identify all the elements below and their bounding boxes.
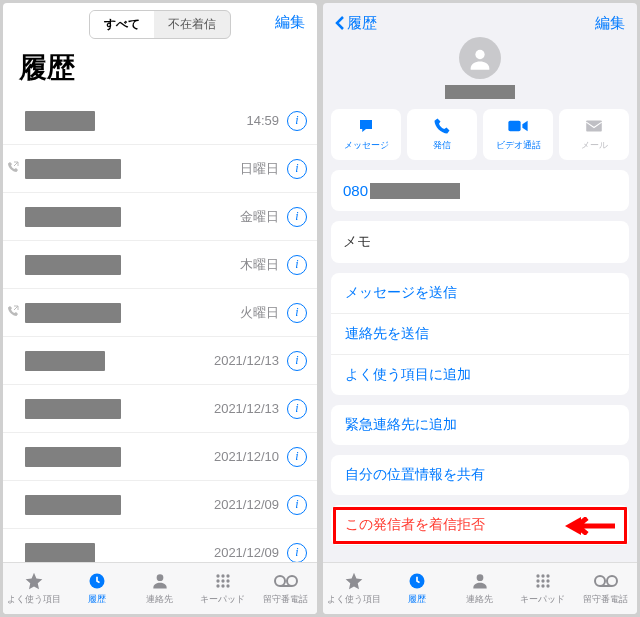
voicemail-icon [274,571,298,591]
caller-name-redacted [25,255,121,275]
link-add-emergency[interactable]: 緊急連絡先に追加 [331,405,629,445]
svg-point-14 [475,50,484,59]
link-send-contact[interactable]: 連絡先を送信 [331,314,629,355]
svg-point-2 [216,574,219,577]
tab-favorites[interactable]: よく使う項目 [323,563,386,614]
call-row[interactable]: 木曜日i [3,241,317,289]
action-video[interactable]: ビデオ通話 [483,109,553,160]
tab-voicemail[interactable]: 留守番電話 [574,563,637,614]
info-icon[interactable]: i [287,159,307,179]
segment-missed[interactable]: 不在着信 [154,11,230,38]
caller-name-redacted [25,207,121,227]
star-icon [344,571,364,591]
svg-point-12 [287,576,297,586]
svg-point-6 [221,579,224,582]
info-icon[interactable]: i [287,495,307,515]
recents-screen: すべて 不在着信 編集 履歴 14:59i日曜日i金曜日i木曜日i火曜日i202… [3,3,317,614]
call-date: 日曜日 [240,160,279,178]
tab-history[interactable]: 履歴 [66,563,129,614]
info-icon[interactable]: i [287,303,307,323]
tab-voicemail[interactable]: 留守番電話 [254,563,317,614]
tab-label: キーパッド [520,593,565,606]
svg-point-5 [216,579,219,582]
info-icon[interactable]: i [287,543,307,563]
call-list: 14:59i日曜日i金曜日i木曜日i火曜日i2021/12/13i2021/12… [3,97,317,562]
person-icon [150,571,170,591]
phone-number-card[interactable]: 080 [331,170,629,211]
tab-history[interactable]: 履歴 [386,563,449,614]
avatar-section [323,37,637,99]
contact-detail-screen: 履歴 編集 メッセージ 発信 ビデオ通話 メール 080 メモ メッセージを送信 [323,3,637,614]
tab-label: 連絡先 [466,593,493,606]
caller-name-redacted [25,543,95,563]
edit-button[interactable]: 編集 [595,14,625,33]
call-row[interactable]: 2021/12/09i [3,529,317,562]
info-icon[interactable]: i [287,207,307,227]
tab-keypad[interactable]: キーパッド [191,563,254,614]
action-call[interactable]: 発信 [407,109,477,160]
svg-rect-16 [586,121,602,132]
caller-name-redacted [25,351,105,371]
edit-button[interactable]: 編集 [275,13,305,32]
action-label: メール [581,139,608,152]
call-date: 木曜日 [240,256,279,274]
contact-name-redacted [445,85,515,99]
call-row[interactable]: 2021/12/10i [3,433,317,481]
caller-name-redacted [25,399,121,419]
link-group-2: 緊急連絡先に追加 [331,405,629,445]
action-label: メッセージ [344,139,389,152]
call-date: 2021/12/13 [214,401,279,416]
info-icon[interactable]: i [287,447,307,467]
action-message[interactable]: メッセージ [331,109,401,160]
call-row[interactable]: 日曜日i [3,145,317,193]
phone-prefix: 080 [343,182,368,199]
mail-icon [584,117,604,135]
tab-keypad[interactable]: キーパッド [511,563,574,614]
info-icon[interactable]: i [287,351,307,371]
call-date: 14:59 [246,113,279,128]
clock-icon [87,571,107,591]
clock-icon [407,571,427,591]
svg-point-3 [221,574,224,577]
call-date: 金曜日 [240,208,279,226]
svg-point-20 [541,574,544,577]
back-button[interactable]: 履歴 [335,14,377,33]
segment-all[interactable]: すべて [90,11,154,38]
call-row[interactable]: 2021/12/13i [3,337,317,385]
person-icon [470,571,490,591]
link-send-message[interactable]: メッセージを送信 [331,273,629,314]
call-row[interactable]: 2021/12/09i [3,481,317,529]
tab-bar: よく使う項目 履歴 連絡先 キーパッド 留守番電話 [323,562,637,614]
svg-point-19 [536,574,539,577]
call-row[interactable]: 火曜日i [3,289,317,337]
svg-point-27 [546,584,549,587]
action-label: ビデオ通話 [496,139,541,152]
svg-point-10 [226,584,229,587]
link-group-1: メッセージを送信 連絡先を送信 よく使う項目に追加 [331,273,629,395]
svg-point-26 [541,584,544,587]
call-row[interactable]: 14:59i [3,97,317,145]
svg-point-24 [546,579,549,582]
phone-redacted [370,183,460,199]
action-row: メッセージ 発信 ビデオ通話 メール [323,99,637,170]
memo-card[interactable]: メモ [331,221,629,263]
call-date: 火曜日 [240,304,279,322]
info-icon[interactable]: i [287,255,307,275]
link-share-location[interactable]: 自分の位置情報を共有 [331,455,629,495]
call-date: 2021/12/09 [214,545,279,560]
action-mail[interactable]: メール [559,109,629,160]
call-row[interactable]: 2021/12/13i [3,385,317,433]
tab-contacts[interactable]: 連絡先 [449,563,512,614]
call-row[interactable]: 金曜日i [3,193,317,241]
tab-label: よく使う項目 [327,593,381,606]
info-icon[interactable]: i [287,399,307,419]
link-group-3: 自分の位置情報を共有 [331,455,629,495]
info-icon[interactable]: i [287,111,307,131]
tab-favorites[interactable]: よく使う項目 [3,563,66,614]
svg-point-7 [226,579,229,582]
svg-point-29 [607,576,617,586]
tab-contacts[interactable]: 連絡先 [129,563,192,614]
tab-label: よく使う項目 [7,593,61,606]
link-add-favorite[interactable]: よく使う項目に追加 [331,355,629,395]
tab-label: 留守番電話 [263,593,308,606]
